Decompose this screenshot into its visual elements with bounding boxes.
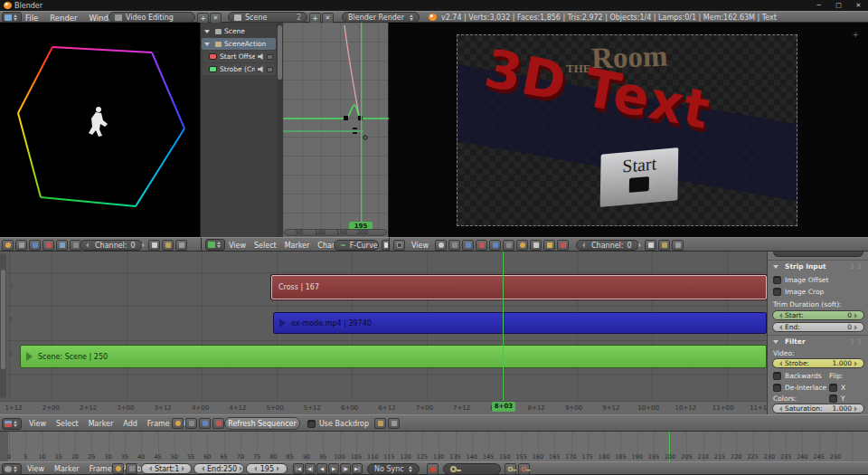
lock-icon[interactable] [393, 240, 405, 251]
histogram2-icon[interactable] [530, 240, 542, 251]
menu-item[interactable]: Marker [285, 242, 310, 250]
channel-filter-field[interactable]: Channel: 0 [576, 240, 639, 251]
sequence-mode-icon[interactable] [199, 418, 211, 429]
sphere-display-icon[interactable] [112, 463, 124, 474]
timeline-area[interactable]: 0510152025303540455055606570758085909510… [0, 432, 868, 461]
waveform-icon[interactable] [56, 240, 68, 251]
use-backdrop-checkbox[interactable] [307, 420, 316, 428]
expand-icon[interactable] [204, 43, 210, 46]
flip-x-checkbox[interactable] [829, 384, 837, 392]
menu-item[interactable]: View [29, 420, 46, 428]
view-menu[interactable]: View [411, 238, 429, 252]
playback-button[interactable]: ◀| [305, 463, 316, 474]
close-button[interactable]: ✕ [849, 0, 868, 11]
menu-item[interactable]: Marker [89, 420, 114, 428]
expand-icon[interactable] [204, 30, 210, 33]
flip-y-checkbox[interactable] [829, 394, 837, 403]
sequencer-vertical-scrollbar[interactable] [0, 253, 6, 398]
playback-button[interactable]: |▶ [340, 463, 351, 474]
channel-row-strobe[interactable]: Strobe (Cross) [202, 63, 276, 75]
editor-type-button-timeline[interactable] [2, 463, 22, 475]
image-view-icon[interactable] [42, 240, 54, 251]
maximize-button[interactable]: □ [829, 0, 848, 11]
panel-drag-dots[interactable]: ⋮⋮ [849, 263, 863, 271]
minimize-button[interactable]: ─ [809, 0, 828, 11]
sequencer-current-frame-label[interactable]: 8+03 [492, 402, 515, 412]
playback-button[interactable]: ▶| [352, 463, 363, 474]
strip-movie[interactable]: ex-mode.mp4 | 39740 [273, 312, 767, 334]
snap-icon[interactable] [15, 240, 27, 251]
playback-button[interactable]: ▶ [328, 463, 339, 474]
menu-item[interactable]: View [229, 242, 246, 250]
sequencer-timeline-area[interactable]: 3 2 1 Cross | 167 ex-mode.mp4 | 39740 Sc… [0, 252, 868, 414]
channel-row-sceneaction[interactable]: SceneAction [202, 38, 276, 50]
render-icon[interactable] [435, 240, 447, 251]
screen-layout-dropdown[interactable]: Video Editing [108, 12, 195, 23]
editor-type-button-sequencer[interactable] [2, 418, 22, 430]
lock-icon[interactable] [126, 463, 137, 474]
menu-item[interactable]: Add [123, 420, 137, 428]
graph-x-scrollbar[interactable]: 50100150200 [284, 229, 387, 236]
timeline-ruler[interactable]: 0510152025303540455055606570758085909510… [0, 453, 868, 461]
image-mode-icon[interactable] [212, 418, 224, 429]
graph-plot-area[interactable] [283, 23, 389, 237]
mute-icon[interactable] [258, 53, 265, 60]
channel-filter-field[interactable]: Channel: 0 [80, 240, 143, 251]
menu-item[interactable]: View [27, 465, 44, 473]
scene-dropdown[interactable]: Scene 2 [228, 12, 307, 23]
start-frame-field[interactable]: Start: 1 [141, 463, 192, 474]
mute-icon[interactable] [258, 66, 265, 72]
lock-icon[interactable] [267, 67, 273, 72]
trim-start-slider[interactable]: Start: 0 [772, 310, 864, 320]
refresh-sequencer-button[interactable]: Refresh Sequencer [224, 417, 300, 430]
lock-camera-icon[interactable] [448, 240, 460, 251]
delete-keyframe-button[interactable] [518, 463, 530, 475]
ghost-frames-icon[interactable] [162, 240, 174, 251]
current-frame-field[interactable]: 195 [246, 463, 288, 474]
keying-set-field[interactable] [443, 463, 501, 475]
render-engine-dropdown[interactable]: Blender Render [342, 12, 420, 23]
clipped-panel-widget[interactable] [773, 252, 863, 257]
insert-keyframe-button[interactable] [505, 463, 516, 475]
copy-image-icon[interactable] [374, 418, 386, 429]
chroma-icon[interactable] [516, 240, 528, 251]
panel-drag-dots[interactable]: ⋮⋮ [849, 338, 863, 346]
menu-item[interactable]: Frame [90, 465, 112, 473]
sync-dropdown[interactable]: No Sync [367, 463, 420, 475]
image-crop-checkbox[interactable] [773, 288, 781, 296]
menu-item[interactable]: Render [50, 14, 77, 23]
snapshot-icon[interactable] [672, 240, 684, 251]
editor-type-button-graph[interactable] [205, 239, 225, 251]
saturation-slider[interactable]: Saturation: 1.000 [772, 404, 864, 413]
graph-mode-dropdown[interactable]: ~ F-Curve [334, 240, 379, 251]
filter-panel-header[interactable]: Filter ⋮⋮ [773, 337, 863, 346]
editor-type-button-info[interactable] [2, 12, 22, 23]
channel-row-scene[interactable]: Scene [202, 25, 276, 37]
menu-item[interactable]: Marker [54, 465, 80, 473]
sphere-display-icon[interactable] [172, 418, 184, 429]
end-frame-field[interactable]: End: 250 [193, 463, 244, 474]
graph-channel-scrollbar[interactable] [277, 23, 283, 237]
strobe-slider[interactable]: Strobe: 1.000 [772, 358, 864, 368]
image-preview-icon[interactable] [476, 240, 487, 251]
viewport-3d[interactable] [0, 23, 201, 237]
menu-item[interactable]: Select [254, 242, 277, 250]
strip-scene[interactable]: Scene: Scene | 250 [20, 345, 767, 368]
pivot-icon[interactable] [2, 240, 14, 251]
copy-image-icon[interactable] [645, 240, 656, 251]
collapse-icon[interactable] [773, 340, 778, 344]
lock-icon[interactable] [267, 54, 273, 60]
menu-item[interactable]: Select [56, 420, 79, 428]
image-offset-checkbox[interactable] [773, 276, 781, 284]
strip-view-icon[interactable] [29, 240, 41, 251]
luma-waveform-icon[interactable] [503, 240, 514, 251]
strip-input-panel-header[interactable]: Strip Input ⋮⋮ [773, 262, 863, 271]
strip-cross-effect[interactable]: Cross | 167 [271, 275, 767, 299]
channel-row-start-offset[interactable]: Start Offset (Cro [202, 51, 276, 62]
trim-end-slider[interactable]: End: 0 [772, 322, 864, 332]
record-button[interactable] [427, 463, 439, 475]
lock-icon[interactable] [185, 418, 197, 429]
copy-image-icon[interactable] [148, 240, 160, 251]
playback-button[interactable]: |◀ [293, 463, 304, 474]
sequencer-ruler[interactable]: 1+122+002+123+003+124+004+125+005+126+00… [0, 401, 767, 414]
